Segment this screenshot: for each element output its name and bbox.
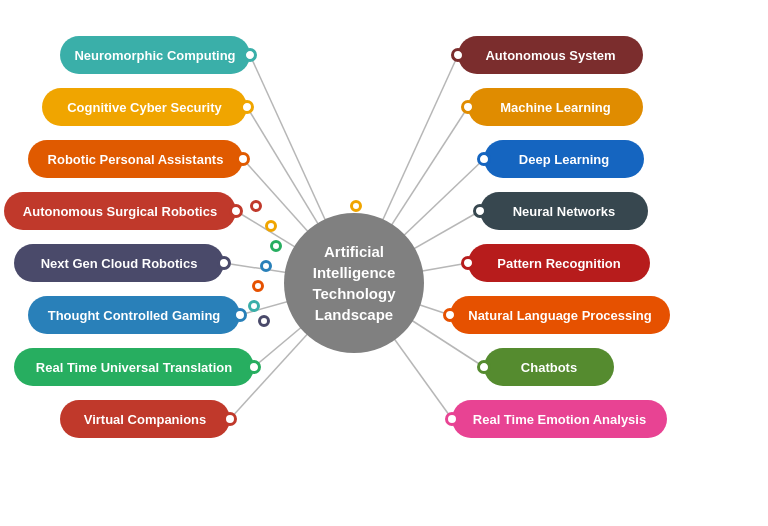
node-ml[interactable]: Machine Learning <box>468 88 643 126</box>
connector-dot-robotic <box>236 152 250 166</box>
node-surgical[interactable]: Autonomous Surgical Robotics <box>4 192 236 230</box>
node-pattern[interactable]: Pattern Recognition <box>468 244 650 282</box>
node-deep[interactable]: Deep Learning <box>484 140 644 178</box>
connector-dot-chatbots <box>477 360 491 374</box>
node-neuromorphic[interactable]: Neuromorphic Computing <box>60 36 250 74</box>
node-chatbots[interactable]: Chatbots <box>484 348 614 386</box>
connector-dot-nlp <box>443 308 457 322</box>
decor-dot-5 <box>248 300 260 312</box>
connector-dot-emotion <box>445 412 459 426</box>
node-emotion[interactable]: Real Time Emotion Analysis <box>452 400 667 438</box>
connector-dot-companions <box>223 412 237 426</box>
node-gaming[interactable]: Thought Controlled Gaming <box>28 296 240 334</box>
decor-dot-7 <box>350 200 362 212</box>
decor-dot-3 <box>260 260 272 272</box>
node-robotic[interactable]: Robotic Personal Assistants <box>28 140 243 178</box>
decor-dot-1 <box>265 220 277 232</box>
connector-dot-translation <box>247 360 261 374</box>
connector-dot-neural <box>473 204 487 218</box>
connector-dot-deep <box>477 152 491 166</box>
connector-dot-pattern <box>461 256 475 270</box>
connector-dot-autonomous <box>451 48 465 62</box>
connector-dot-neuromorphic <box>243 48 257 62</box>
center-node[interactable]: Artificial IntelligenceTechnologyLandsca… <box>284 213 424 353</box>
decor-dot-2 <box>270 240 282 252</box>
decor-dot-4 <box>252 280 264 292</box>
connector-dot-cloud <box>217 256 231 270</box>
node-autonomous[interactable]: Autonomous System <box>458 36 643 74</box>
node-nlp[interactable]: Natural Language Processing <box>450 296 670 334</box>
connector-dot-gaming <box>233 308 247 322</box>
node-cognitive[interactable]: Cognitive Cyber Security <box>42 88 247 126</box>
connector-dot-ml <box>461 100 475 114</box>
node-companions[interactable]: Virtual Companions <box>60 400 230 438</box>
node-cloud[interactable]: Next Gen Cloud Robotics <box>14 244 224 282</box>
decor-dot-6 <box>258 315 270 327</box>
connector-dot-cognitive <box>240 100 254 114</box>
mind-map-diagram: Artificial IntelligenceTechnologyLandsca… <box>0 0 768 526</box>
decor-dot-0 <box>250 200 262 212</box>
node-translation[interactable]: Real Time Universal Translation <box>14 348 254 386</box>
node-neural[interactable]: Neural Networks <box>480 192 648 230</box>
connector-dot-surgical <box>229 204 243 218</box>
